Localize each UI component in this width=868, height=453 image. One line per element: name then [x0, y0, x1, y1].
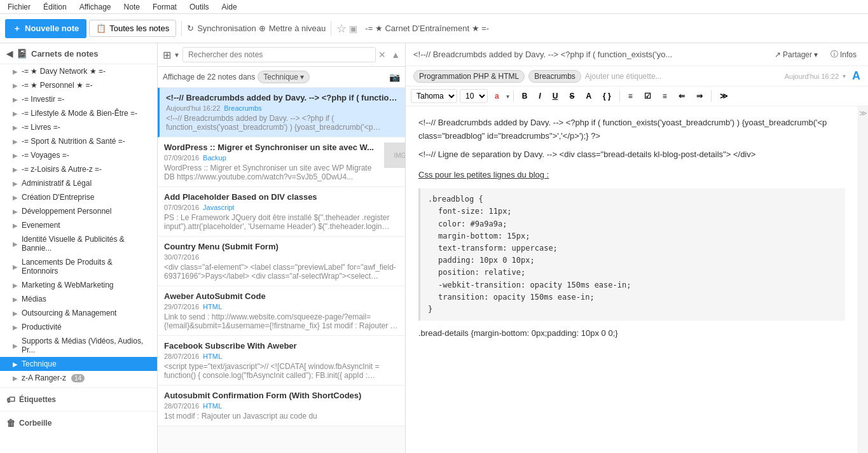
favorite-star[interactable]: ☆ — [336, 22, 347, 36]
toolbar: ＋ Nouvelle note 📋 Toutes les notes ↻ Syn… — [0, 14, 868, 43]
sidebar-item-sport[interactable]: ▶ -= Sport & Nutrition & Santé =- — [0, 134, 157, 148]
right-bar-icon[interactable]: ≫ — [859, 109, 867, 118]
sidebar-item-marketing[interactable]: ▶ Marketing & WebMarketing — [0, 278, 157, 292]
strikethrough-button[interactable]: S — [565, 90, 579, 102]
sidebar-item-evenement[interactable]: ▶ Evenement — [0, 218, 157, 232]
sidebar-item-personnel[interactable]: ▶ -= ★ Personnel ★ =- — [0, 78, 157, 92]
note-item[interactable]: <!--// Breadcrumbds added by Davy. --> <… — [158, 88, 405, 137]
note-preview: <div class="af-element"> <label class="p… — [164, 263, 399, 281]
menu-outils[interactable]: Outils — [187, 1, 212, 13]
editor-content-area[interactable]: <!--// Breadcrumbds added by Davy. --> <… — [406, 106, 858, 453]
trash-icon: 🗑 — [6, 418, 15, 428]
sidebar-item-voyages[interactable]: ▶ -= Voyages =- — [0, 148, 157, 162]
view-dropdown-icon[interactable]: ▼ — [174, 52, 180, 59]
new-note-button[interactable]: ＋ Nouvelle note — [5, 19, 86, 38]
filter-text: Affichage de 22 notes dans — [163, 73, 255, 81]
search-input[interactable] — [183, 47, 376, 62]
sidebar-item-davy-network[interactable]: ▶ -= ★ Davy Network ★ =- — [0, 64, 157, 78]
sidebar-item-creation[interactable]: ▶ Création D'Entreprise — [0, 190, 157, 204]
note-item[interactable]: WordPress :: Migrer et Synchroniser un s… — [158, 137, 405, 187]
arrow-icon: ▶ — [13, 166, 18, 173]
editor-note-title: <!--// Breadcrumbds added by Davy. --> <… — [413, 50, 766, 59]
share-button[interactable]: ↗ Partager ▾ — [771, 48, 822, 61]
sidebar-item-lancements[interactable]: ▶ Lancements De Produits & Entonnoirs — [0, 255, 157, 278]
notes-list-header: ⊞ ▼ ✕ ▲ — [158, 43, 405, 67]
clear-search-icon[interactable]: ✕ — [378, 50, 386, 60]
note-tag: HTML — [203, 352, 222, 360]
arrow-icon: ▶ — [13, 110, 18, 117]
sidebar-item-livres[interactable]: ▶ -= Livres =- — [0, 120, 157, 134]
note-title: Country Menu (Submit Form) — [164, 242, 399, 251]
notes-list-items: <!--// Breadcrumbds added by Davy. --> <… — [158, 88, 405, 453]
note-item[interactable]: Country Menu (Submit Form) 30/07/2016 <d… — [158, 237, 405, 286]
highlight-button[interactable]: A — [581, 90, 596, 102]
toolbar-sep — [513, 90, 514, 102]
toolbar-sep3 — [711, 90, 712, 102]
upgrade-button[interactable]: ⊕ Mettre à niveau — [259, 24, 326, 33]
code-button[interactable]: { } — [598, 90, 616, 102]
note-meta: 28/07/2016 HTML — [164, 352, 399, 360]
font-family-select[interactable]: Tahoma — [411, 89, 457, 103]
sidebar-item-lifestyle[interactable]: ▶ -= Lifestyle & Mode & Bien-Être =- — [0, 106, 157, 120]
underline-button[interactable]: U — [548, 90, 563, 102]
note-meta: 30/07/2016 — [164, 253, 399, 261]
filter-tag[interactable]: Technique ▾ — [258, 71, 310, 83]
note-preview: 1st modif : Rajouter un Javascript au co… — [164, 412, 399, 421]
menu-note[interactable]: Note — [121, 1, 142, 13]
indent-right-button[interactable]: ⇒ — [692, 90, 707, 102]
sidebar-item-medias[interactable]: ▶ Médias — [0, 292, 157, 306]
font-size-select[interactable]: 8910111214182436 — [460, 89, 488, 103]
note-thumbnail: IMG — [384, 143, 405, 168]
editor-actions: ↗ Partager ▾ ⓘ Infos — [771, 47, 860, 62]
unordered-list-button[interactable]: ≡ — [624, 90, 637, 102]
sidebar-item-developpement[interactable]: ▶ Développement Personnel — [0, 204, 157, 218]
editor-tag2[interactable]: Breacrumbs — [528, 70, 581, 83]
indent-left-button[interactable]: ⇐ — [674, 90, 689, 102]
note-item[interactable]: Facebook Subscribe With Aweber 28/07/201… — [158, 336, 405, 386]
note-date: 07/09/2016 — [164, 154, 199, 162]
bold-button[interactable]: B — [518, 90, 532, 102]
view-toggle-icon[interactable]: ⊞ — [163, 49, 171, 61]
menu-fichier[interactable]: Fichier — [5, 1, 33, 13]
menu-aide[interactable]: Aide — [219, 1, 240, 13]
note-tag: HTML — [203, 303, 222, 310]
notebooks-header[interactable]: ◀ 📓 Carnets de notes — [0, 43, 157, 64]
menu-edition[interactable]: Édition — [41, 1, 69, 13]
sidebar-item-supports[interactable]: ▶ Supports & Médias (Vidéos, Audios, Pr.… — [0, 334, 157, 357]
sidebar-item-outsourcing[interactable]: ▶ Outsourcing & Management — [0, 306, 157, 320]
menu-affichage[interactable]: Affichage — [77, 1, 114, 13]
sidebar-item-administratif[interactable]: ▶ Administratif & Légal — [0, 176, 157, 190]
note-item[interactable]: Add Placeholder Based on DIV classes 07/… — [158, 187, 405, 237]
font-size-indicator: A — [852, 69, 860, 83]
menu-format[interactable]: Format — [150, 1, 179, 13]
note-item[interactable]: Autosubmit Confirmation Form (With Short… — [158, 386, 405, 426]
sidebar-item-loisirs[interactable]: ▶ -= z-Loisirs & Autre-z =- — [0, 162, 157, 176]
all-notes-button[interactable]: 📋 Toutes les notes — [89, 20, 176, 37]
sync-button[interactable]: ↻ Synchronisation — [187, 24, 256, 33]
editor-tag1[interactable]: Programmation PHP & HTML — [413, 70, 525, 83]
info-button[interactable]: ⓘ Infos — [827, 47, 860, 62]
note-item[interactable]: Aweber AutoSubmit Code 29/07/2016 HTML L… — [158, 286, 405, 336]
content-code-block2: .bread-details {margin-bottom: 0px;paddi… — [418, 327, 845, 340]
sidebar-item-productivite[interactable]: ▶ Productivité — [0, 320, 157, 334]
color-dropdown-icon[interactable]: ▾ — [506, 93, 509, 100]
date-dropdown-icon[interactable]: ▾ — [843, 73, 846, 80]
sidebar-item-investir[interactable]: ▶ -= Investir =- — [0, 92, 157, 106]
note-date: Aujourd'hui 16:22 — [166, 104, 220, 112]
ordered-list-button[interactable]: ☑ — [640, 90, 656, 102]
italic-button[interactable]: I — [534, 90, 545, 102]
note-date: 29/07/2016 — [164, 303, 199, 310]
sidebar-item-ranger[interactable]: ▶ z-A Ranger-z 14 — [0, 371, 157, 385]
align-button[interactable]: ≡ — [658, 90, 672, 102]
more-button[interactable]: ≫ — [715, 90, 733, 102]
chevron-down-icon: ▾ — [814, 50, 818, 59]
font-color-button[interactable]: a — [490, 90, 504, 102]
sidebar-item-identite[interactable]: ▶ Identité Visuelle & Publicités & Banni… — [0, 232, 157, 255]
sidebar-item-technique[interactable]: ▶ Technique — [0, 357, 157, 371]
tags-section-header[interactable]: 🏷 Étiquettes — [0, 391, 157, 408]
scroll-up-icon[interactable]: ▲ — [391, 50, 400, 60]
trash-section-header[interactable]: 🗑 Corbeille — [0, 414, 157, 432]
camera-icon[interactable]: 📷 — [389, 72, 400, 82]
note-title: WordPress :: Migrer et Synchroniser un s… — [164, 143, 374, 152]
add-tag-button[interactable]: Ajouter une étiquette... — [585, 72, 662, 81]
